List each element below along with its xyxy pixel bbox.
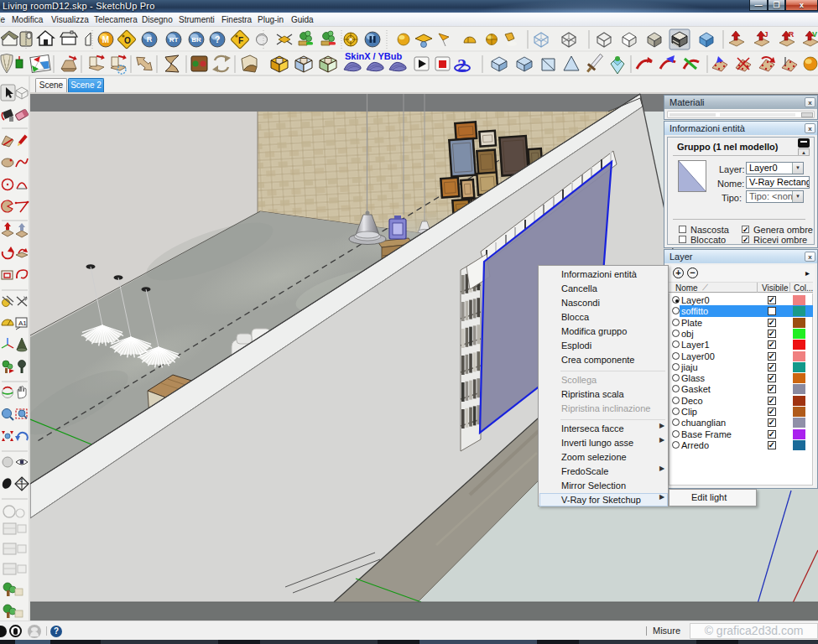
svg-text:A1: A1 [18, 319, 27, 327]
svg-text:BR: BR [191, 36, 201, 44]
svg-text:F: F [238, 36, 243, 45]
svg-text:R: R [147, 35, 153, 44]
svg-text:R: R [789, 30, 795, 39]
svg-text:O: O [124, 36, 131, 45]
svg-text:RT: RT [169, 36, 179, 44]
svg-text:SkinX / YBub: SkinX / YBub [345, 51, 403, 61]
svg-text:J: J [763, 30, 768, 39]
svg-text:M: M [102, 35, 109, 44]
svg-text:?: ? [215, 34, 221, 44]
svg-text:C: C [20, 478, 23, 483]
svg-text:V: V [812, 30, 817, 39]
